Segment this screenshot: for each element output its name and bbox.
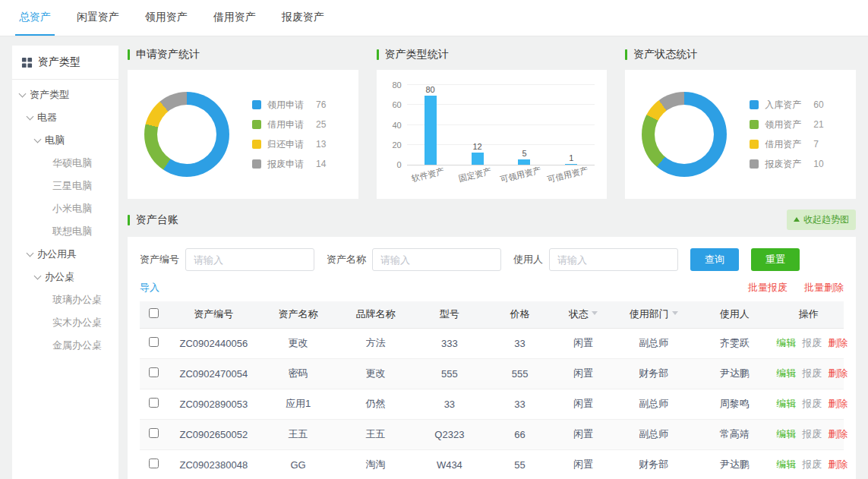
- asset-name-input[interactable]: [372, 248, 501, 271]
- tree-item-8[interactable]: 办公桌: [12, 266, 118, 288]
- legend-item[interactable]: 入库资产60: [750, 99, 823, 112]
- table-cell: ZC0902440056: [168, 328, 260, 358]
- tab-receive-assets[interactable]: 领用资产: [141, 0, 191, 36]
- row-checkbox[interactable]: [149, 337, 159, 347]
- actions-cell: 编辑报废删除: [773, 449, 844, 479]
- bar[interactable]: [565, 164, 577, 165]
- tree-item-label: 华硕电脑: [52, 156, 92, 170]
- delete-link[interactable]: 删除: [828, 367, 847, 379]
- column-header: 操作: [773, 301, 844, 328]
- edit-link[interactable]: 编辑: [776, 337, 796, 348]
- column-header-label: 使用人: [720, 308, 750, 320]
- row-checkbox-cell: [140, 389, 168, 419]
- import-row: 导入 批量报废 批量删除: [140, 281, 844, 295]
- bar[interactable]: [472, 153, 484, 165]
- asset-user-input[interactable]: [549, 248, 678, 271]
- tree-item-10[interactable]: 实木办公桌: [12, 311, 118, 334]
- donut-ring[interactable]: [642, 92, 727, 177]
- table-cell: 闲置: [555, 419, 611, 449]
- edit-link[interactable]: 编辑: [776, 367, 796, 379]
- table-cell: ZC0902380048: [168, 449, 260, 479]
- scrap-link[interactable]: 报废: [802, 459, 822, 470]
- tree-item-7[interactable]: 办公用具: [12, 243, 118, 266]
- ledger-panel: 资产编号资产名称使用人 查询 重置 导入 批量报废 批量删除 资产编号资产名称品…: [128, 237, 856, 479]
- import-link[interactable]: 导入: [140, 281, 159, 295]
- row-checkbox[interactable]: [149, 398, 159, 408]
- row-checkbox[interactable]: [149, 459, 159, 468]
- delete-link[interactable]: 删除: [828, 428, 847, 440]
- legend-item[interactable]: 借用申请25: [252, 118, 326, 131]
- tree-item-label: 联想电脑: [52, 225, 92, 238]
- legend-value: 7: [813, 139, 819, 150]
- batch-delete-link[interactable]: 批量删除: [804, 281, 844, 295]
- tree-item-1[interactable]: 电器: [12, 106, 118, 129]
- sidebar-header: 资产类型: [12, 46, 118, 80]
- table-cell: 王五: [337, 419, 415, 449]
- legend-value: 13: [316, 139, 326, 150]
- tree-item-0[interactable]: 资产类型: [12, 84, 118, 106]
- chart-title-text: 申请资产统计: [136, 48, 200, 61]
- bar[interactable]: [425, 96, 437, 165]
- select-all-checkbox[interactable]: [149, 308, 159, 318]
- table-cell: 应用1: [260, 389, 337, 419]
- scrap-link[interactable]: 报废: [802, 367, 822, 379]
- delete-link[interactable]: 删除: [828, 337, 847, 348]
- tree-item-3[interactable]: 华硕电脑: [12, 152, 118, 175]
- tree-item-9[interactable]: 玻璃办公桌: [12, 288, 118, 311]
- scrap-link[interactable]: 报废: [802, 428, 822, 440]
- scrap-link[interactable]: 报废: [802, 337, 822, 348]
- legend-item[interactable]: 领用申请76: [252, 99, 326, 112]
- table-cell: 66: [485, 419, 555, 449]
- charts-row: 申请资产统计领用申请76借用申请25归还申请13报废申请14资产类型统计0204…: [128, 46, 856, 199]
- row-checkbox[interactable]: [149, 367, 159, 377]
- tree-item-2[interactable]: 电脑: [12, 129, 118, 152]
- bar-column: 12固定资产: [454, 85, 501, 165]
- edit-link[interactable]: 编辑: [776, 459, 796, 470]
- row-checkbox[interactable]: [149, 428, 159, 438]
- collapse-trend-button[interactable]: 收起趋势图: [787, 210, 856, 230]
- donut-ring[interactable]: [144, 92, 229, 177]
- table-cell: 方法: [337, 328, 415, 358]
- legend-swatch-icon: [252, 100, 261, 109]
- query-button[interactable]: 查询: [690, 248, 739, 271]
- tab-scrap-assets[interactable]: 报废资产: [278, 0, 328, 36]
- delete-link[interactable]: 删除: [828, 459, 847, 470]
- bar[interactable]: [518, 159, 530, 165]
- actions-cell: 编辑报废删除: [773, 419, 844, 449]
- table-row: ZC0902890053应用1仍然3333闲置副总师周黎鸣编辑报废删除: [140, 389, 844, 419]
- edit-link[interactable]: 编辑: [776, 428, 796, 440]
- batch-scrap-link[interactable]: 批量报废: [748, 281, 788, 295]
- tree-item-label: 办公桌: [45, 270, 74, 284]
- legend-item[interactable]: 借用资产7: [750, 138, 823, 151]
- column-header-label: 使用部门: [630, 308, 669, 320]
- legend-value: 10: [813, 159, 823, 169]
- tab-total-assets[interactable]: 总资产: [15, 0, 55, 36]
- filter-icon[interactable]: [592, 311, 598, 318]
- bar-category-label: 可领用资产: [500, 165, 543, 186]
- scrap-link[interactable]: 报废: [802, 398, 822, 409]
- edit-link[interactable]: 编辑: [776, 398, 796, 409]
- chart-legend: 领用申请76借用申请25归还申请13报废申请14: [252, 99, 326, 171]
- delete-link[interactable]: 删除: [828, 398, 847, 409]
- tree-item-6[interactable]: 联想电脑: [12, 220, 118, 243]
- filter-icon[interactable]: [672, 311, 678, 318]
- select-all-cell: [140, 301, 168, 328]
- tab-idle-assets[interactable]: 闲置资产: [73, 0, 123, 36]
- asset-code-input[interactable]: [185, 248, 314, 271]
- bar-category-label: 固定资产: [457, 165, 492, 184]
- legend-item[interactable]: 报废申请14: [252, 158, 326, 171]
- legend-item[interactable]: 报废资产10: [750, 158, 823, 171]
- legend-item[interactable]: 归还申请13: [252, 138, 326, 151]
- tab-borrow-assets[interactable]: 借用资产: [210, 0, 260, 36]
- legend-item[interactable]: 领用资产21: [750, 118, 823, 131]
- chart-box: 领用申请76借用申请25归还申请13报废申请14: [128, 70, 358, 199]
- tree-item-11[interactable]: 金属办公桌: [12, 334, 118, 357]
- column-header-label: 资产编号: [194, 308, 233, 320]
- chart-panel-asset-status-stats: 资产状态统计入库资产60领用资产21借用资产7报废资产10: [625, 46, 856, 199]
- batch-links: 批量报废 批量删除: [748, 281, 844, 295]
- legend-label: 借用申请: [267, 118, 308, 131]
- y-axis-label: 40: [392, 121, 401, 130]
- tree-item-5[interactable]: 小米电脑: [12, 197, 118, 220]
- reset-button[interactable]: 重置: [751, 248, 800, 271]
- tree-item-4[interactable]: 三星电脑: [12, 175, 118, 197]
